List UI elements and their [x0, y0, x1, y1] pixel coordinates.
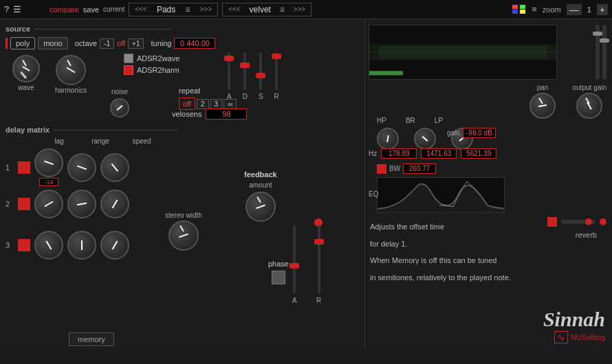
- reverb-square[interactable]: [547, 217, 557, 227]
- br-knob[interactable]: [414, 128, 436, 150]
- hz2-value-box[interactable]: 1471.63: [421, 148, 457, 159]
- settings-icon[interactable]: ≡: [532, 4, 537, 14]
- adsr2wave-checkbox: [124, 54, 133, 63]
- output-gain-slider2[interactable]: [602, 25, 606, 80]
- delay-row1-range: [67, 153, 96, 182]
- source-section-label: source: [6, 25, 172, 33]
- decay-slider-thumb[interactable]: [240, 62, 250, 68]
- delay-row3-speed-knob[interactable]: [100, 231, 129, 260]
- poly-button[interactable]: poly: [10, 37, 35, 49]
- preset1-block[interactable]: <<< Pads ≡ >>>: [129, 3, 218, 16]
- attack-slider-thumb[interactable]: [224, 56, 234, 61]
- release-slider-thumb[interactable]: [272, 54, 281, 59]
- delay-row1-range-knob[interactable]: [67, 153, 96, 182]
- color-palette-icon[interactable]: [512, 5, 526, 14]
- repeat-inf-button[interactable]: ∞: [223, 99, 237, 109]
- adsr2harm-item[interactable]: ADSR2harm: [124, 65, 179, 75]
- delay-row3-range-knob[interactable]: [67, 231, 96, 260]
- delay-row1-num: 1: [6, 163, 14, 172]
- repeat-2-button[interactable]: 2: [197, 99, 209, 109]
- mono-button[interactable]: mono: [38, 37, 68, 49]
- harmonics-knob[interactable]: [56, 55, 86, 85]
- amount-knob[interactable]: [245, 192, 276, 222]
- svg-rect-4: [369, 71, 403, 75]
- noise-knob[interactable]: [110, 98, 129, 117]
- adsr2harm-checkbox: [124, 65, 133, 75]
- zoom-minus-button[interactable]: —: [567, 4, 582, 15]
- memory-button[interactable]: memory: [69, 332, 114, 346]
- delay-row1-speed-knob[interactable]: [100, 153, 129, 182]
- tuning-value-box[interactable]: 0 440.00: [174, 38, 215, 49]
- svg-rect-3: [379, 46, 547, 59]
- br-label: BR: [406, 117, 415, 124]
- delay-row2-lag-knob[interactable]: [34, 190, 63, 218]
- preset2-menu-icon[interactable]: ≡: [280, 5, 285, 14]
- delay-row1-lag-knob[interactable]: [34, 148, 63, 177]
- sustain-slider-thumb[interactable]: [256, 73, 265, 78]
- waveform-display: [369, 25, 557, 80]
- stereo-width-knob[interactable]: [168, 220, 199, 251]
- octave-minus1-button[interactable]: -1: [100, 38, 114, 49]
- velosens-value-box[interactable]: 98: [206, 109, 247, 120]
- amount-label: amount: [249, 181, 272, 189]
- nav-prev-1[interactable]: <<<: [135, 5, 147, 13]
- question-icon[interactable]: ?: [4, 4, 9, 14]
- menu-icon[interactable]: ☰: [13, 4, 21, 14]
- delay-row3-lag-knob[interactable]: [34, 231, 63, 260]
- delay-row1-lag: -14: [34, 148, 63, 186]
- nav-prev-2[interactable]: <<<: [228, 5, 241, 13]
- panel-divider: [364, 19, 365, 349]
- pan-knob[interactable]: [529, 93, 556, 119]
- reverb-slider[interactable]: [561, 220, 595, 224]
- hp-knob[interactable]: [377, 128, 399, 150]
- delay-row3-active[interactable]: [18, 239, 30, 251]
- eq-label: EQ: [369, 190, 378, 198]
- help-text-line3: When Memory is off this can be tuned: [370, 252, 528, 269]
- logo-sub-text: NUSofting: [571, 333, 605, 341]
- nav-next-1[interactable]: >>>: [200, 5, 212, 13]
- logo-name: Sinnah: [543, 309, 605, 330]
- delay-row2-active[interactable]: [18, 198, 30, 210]
- logo-wave-icon: ∿: [554, 331, 568, 343]
- output-gain-slider1[interactable]: [595, 25, 600, 80]
- top-bar-left: ? ☰: [4, 4, 45, 14]
- noise-label: noise: [111, 88, 128, 95]
- delay-row2-range-knob[interactable]: [67, 190, 96, 218]
- sustain-slider-col: S: [259, 52, 263, 100]
- hz1-value-box[interactable]: 178.89: [381, 148, 417, 159]
- preset2-block[interactable]: <<< velvet ≡ >>>: [222, 3, 312, 16]
- phase-box[interactable]: [272, 271, 285, 284]
- output-gain-knob[interactable]: [576, 93, 602, 119]
- gain-value-box[interactable]: -98.0 dB: [463, 128, 496, 138]
- delay-row2-num: 2: [6, 200, 14, 208]
- adsr2wave-item[interactable]: ADSR2wave: [124, 54, 179, 63]
- release-slider-col: R: [274, 52, 279, 100]
- decay-slider-col: D: [243, 52, 248, 100]
- delay-row1-lag-value[interactable]: -14: [39, 178, 58, 186]
- waveform-svg: [369, 25, 556, 79]
- tuning-label: tuning: [151, 39, 171, 47]
- current-label: current: [103, 5, 124, 14]
- compare-button[interactable]: compare: [50, 5, 79, 14]
- preset1-menu-icon[interactable]: ≡: [185, 5, 190, 14]
- zoom-label: zoom: [543, 5, 561, 14]
- nav-next-2[interactable]: >>>: [294, 5, 306, 13]
- repeat-label: repeat: [179, 87, 237, 95]
- repeat-3-button[interactable]: 3: [210, 99, 223, 109]
- help-text-line4: in semitones, relatively to the played n…: [370, 269, 528, 286]
- zoom-plus-button[interactable]: +: [597, 4, 608, 15]
- save-button[interactable]: save: [83, 5, 99, 14]
- bw-square[interactable]: [377, 164, 386, 174]
- reverb-dot: [600, 218, 606, 225]
- feedback-a-thumb[interactable]: [289, 263, 299, 269]
- lag-col-label: lag: [41, 137, 77, 145]
- feedback-r-thumb[interactable]: [314, 239, 324, 244]
- logo-sub-row: ∿ NUSofting: [543, 331, 605, 343]
- octave-plus1-button[interactable]: +1: [128, 38, 144, 49]
- wave-knob[interactable]: [12, 55, 40, 82]
- hz3-value-box[interactable]: 5621.39: [461, 148, 496, 159]
- velosens-label: velosens: [172, 110, 201, 118]
- delay-row2-speed-knob[interactable]: [100, 190, 129, 218]
- bw-value-box[interactable]: 260.77: [403, 163, 436, 174]
- delay-row1-active[interactable]: [18, 161, 30, 174]
